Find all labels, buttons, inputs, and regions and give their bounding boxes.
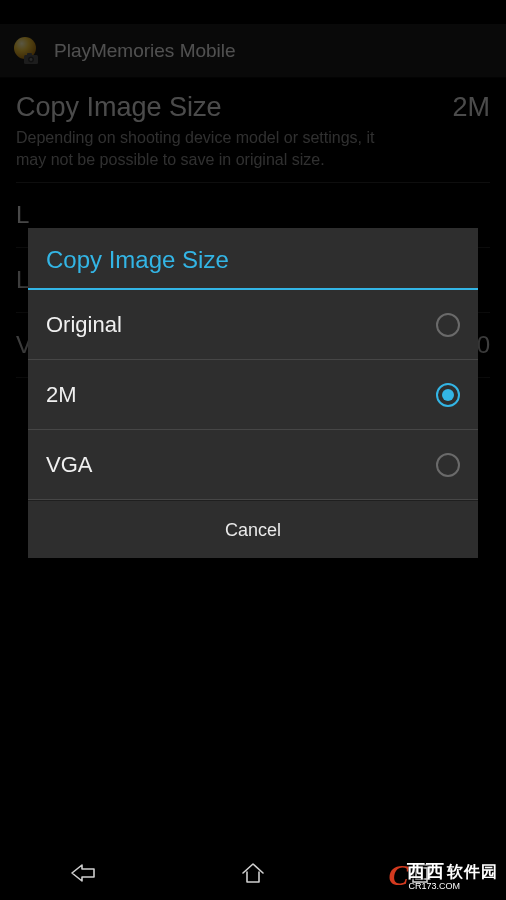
watermark-initial: C [389, 858, 409, 892]
dialog-title: Copy Image Size [28, 228, 478, 288]
radio-icon [436, 383, 460, 407]
option-label: Original [46, 312, 122, 338]
dialog-option-original[interactable]: Original [28, 290, 478, 360]
dialog-copy-image-size: Copy Image Size Original 2M VGA Cancel [28, 228, 478, 558]
back-icon [68, 861, 100, 885]
dialog-option-list: Original 2M VGA [28, 290, 478, 500]
dialog-footer: Cancel [28, 500, 478, 558]
option-label: VGA [46, 452, 92, 478]
nav-back-button[interactable] [0, 846, 169, 900]
nav-home-button[interactable] [169, 846, 338, 900]
watermark-suffix: 软件园 [447, 863, 498, 880]
radio-icon [436, 453, 460, 477]
option-label: 2M [46, 382, 77, 408]
home-icon [239, 861, 267, 885]
watermark-main: 西西 [407, 861, 445, 881]
radio-icon [436, 313, 460, 337]
dialog-option-vga[interactable]: VGA [28, 430, 478, 500]
dialog-option-2m[interactable]: 2M [28, 360, 478, 430]
cancel-button[interactable]: Cancel [28, 501, 478, 558]
watermark: C 西西 软件园 CR173.COM [389, 858, 498, 892]
